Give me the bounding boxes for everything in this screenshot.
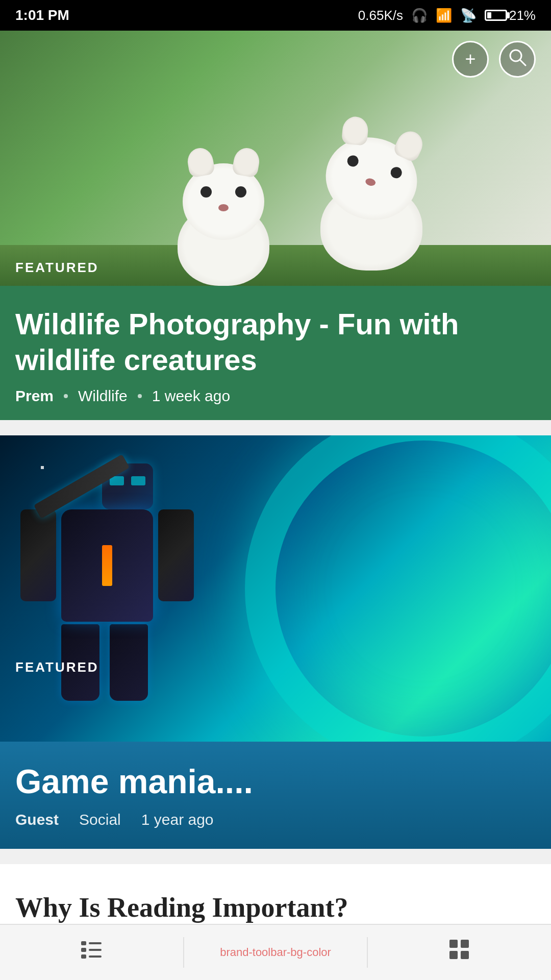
- status-bar: 1:01 PM 0.65K/s 🎧 📶 📡 21%: [0, 0, 551, 31]
- meta-dot-1: [64, 394, 68, 398]
- svg-rect-10: [449, 951, 458, 959]
- svg-rect-3: [81, 948, 86, 952]
- bottom-nav: brand-toolbar-bg-color: [0, 924, 551, 980]
- status-right: 0.65K/s 🎧 📶 📡 21%: [358, 8, 536, 23]
- robot-torso: [61, 509, 153, 622]
- svg-point-0: [510, 50, 521, 61]
- robot-shoulder-right: [158, 509, 194, 601]
- svg-rect-4: [81, 954, 86, 959]
- wifi-icon: 📶: [436, 8, 452, 23]
- nav-grid[interactable]: [368, 925, 551, 980]
- cub2-body: [320, 184, 422, 271]
- cub2-head: [316, 127, 426, 230]
- card2-category: Social: [79, 811, 121, 828]
- search-button[interactable]: [499, 41, 536, 78]
- lion-cub-2: [320, 184, 422, 271]
- robot-leg-right: [110, 624, 148, 701]
- featured-label-1: FEATURED: [15, 260, 99, 276]
- svg-rect-2: [81, 941, 86, 945]
- cub2-eye-right: [389, 166, 403, 180]
- cub1-nose: [218, 204, 229, 211]
- robot-shoulder-left: [20, 509, 56, 601]
- cub2-nose: [365, 177, 377, 187]
- add-icon: +: [465, 48, 475, 70]
- nav-brand-center: brand-toolbar-bg-color: [184, 925, 367, 980]
- cub1-body: [178, 204, 269, 286]
- svg-rect-11: [461, 951, 469, 959]
- battery-indicator: 21%: [485, 8, 536, 23]
- status-time: 1:01 PM: [15, 7, 69, 23]
- main-content: 1:01 PM 0.65K/s 🎧 📶 📡 21% +: [0, 0, 551, 980]
- card1-category: Wildlife: [78, 387, 128, 405]
- article-title: Why Is Reading Important?: [15, 890, 536, 925]
- card1-author: Prem: [15, 387, 54, 405]
- network-speed: 0.65K/s: [358, 8, 403, 23]
- svg-rect-8: [449, 940, 458, 948]
- featured-card-game[interactable]: FEATURED Game mania.... Guest Social 1 y…: [0, 435, 551, 849]
- card1-timestamp: 1 week ago: [152, 387, 230, 405]
- cub1-ear-right: [232, 146, 262, 178]
- card2-meta: Guest Social 1 year ago: [15, 811, 536, 828]
- grid-icon: [447, 937, 472, 968]
- nav-list[interactable]: [0, 925, 183, 980]
- card-gap-1: [0, 420, 551, 435]
- meta-dot-2: [138, 394, 142, 398]
- robot-accent: [102, 545, 112, 586]
- planet-glow: [245, 435, 551, 742]
- cub2-eye-left: [346, 154, 360, 168]
- svg-rect-6: [89, 949, 102, 951]
- list-icon: [79, 937, 104, 968]
- cub2-ear-left: [341, 116, 369, 146]
- cub2-ear-right: [392, 127, 427, 163]
- card1-title: Wildlife Photography - Fun with wildlife…: [15, 306, 536, 377]
- card1-meta: Prem Wildlife 1 week ago: [15, 387, 536, 405]
- featured-label-2: FEATURED: [15, 659, 99, 675]
- cub1-head: [183, 163, 264, 240]
- header-icons: +: [452, 31, 536, 88]
- card2-title: Game mania....: [15, 762, 536, 801]
- svg-line-1: [520, 60, 525, 65]
- svg-rect-9: [461, 940, 469, 948]
- search-icon: [508, 48, 527, 71]
- card2-author: Guest: [15, 811, 59, 828]
- battery-percentage: 21%: [509, 8, 536, 23]
- add-button[interactable]: +: [452, 41, 489, 78]
- svg-rect-7: [89, 955, 102, 958]
- svg-rect-5: [89, 942, 102, 944]
- cub1-eye-left: [201, 186, 212, 198]
- featured-card-wildlife[interactable]: FEATURED Wildlife Photography - Fun with…: [0, 31, 551, 420]
- lion-cub-1: [178, 204, 269, 286]
- card1-content: Wildlife Photography - Fun with wildlife…: [0, 286, 551, 420]
- signal-icon: 📡: [460, 8, 477, 23]
- card2-timestamp: 1 year ago: [141, 811, 214, 828]
- headphone-icon: 🎧: [411, 8, 428, 23]
- star-1: [41, 466, 44, 469]
- lion-cubs: [178, 184, 422, 286]
- brand-label: brand-toolbar-bg-color: [220, 946, 331, 959]
- card-gap-2: [0, 849, 551, 864]
- cub1-eye-right: [235, 186, 246, 198]
- cub1-ear-left: [186, 146, 216, 178]
- card-image-game: FEATURED: [0, 435, 551, 742]
- card2-content: Game mania.... Guest Social 1 year ago: [0, 742, 551, 849]
